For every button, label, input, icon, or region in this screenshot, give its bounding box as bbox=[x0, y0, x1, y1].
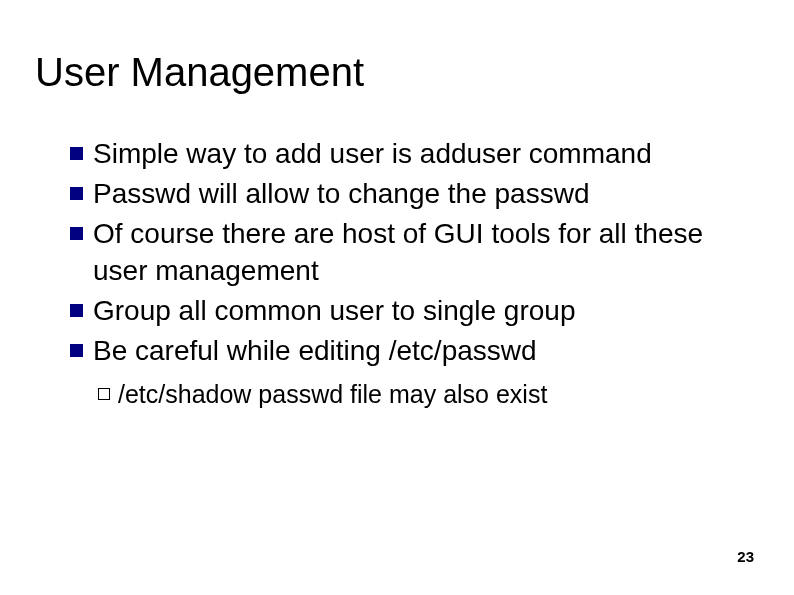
square-bullet-icon bbox=[70, 227, 83, 240]
bullet-text: Passwd will allow to change the passwd bbox=[93, 175, 754, 213]
bullet-text: Of course there are host of GUI tools fo… bbox=[93, 215, 754, 291]
bullet-text: Simple way to add user is adduser comman… bbox=[93, 135, 754, 173]
list-item: Group all common user to single group bbox=[70, 292, 754, 330]
sub-bullet-text: /etc/shadow passwd file may also exist bbox=[118, 378, 547, 412]
hollow-square-icon bbox=[98, 388, 110, 400]
slide-title: User Management bbox=[35, 50, 754, 95]
square-bullet-icon bbox=[70, 304, 83, 317]
sub-list-item: /etc/shadow passwd file may also exist bbox=[98, 378, 754, 412]
square-bullet-icon bbox=[70, 187, 83, 200]
list-item: Of course there are host of GUI tools fo… bbox=[70, 215, 754, 291]
square-bullet-icon bbox=[70, 147, 83, 160]
bullet-text: Group all common user to single group bbox=[93, 292, 754, 330]
list-item: Be careful while editing /etc/passwd bbox=[70, 332, 754, 370]
list-item: Passwd will allow to change the passwd bbox=[70, 175, 754, 213]
slide-content: Simple way to add user is adduser comman… bbox=[40, 135, 754, 412]
bullet-text: Be careful while editing /etc/passwd bbox=[93, 332, 754, 370]
list-item: Simple way to add user is adduser comman… bbox=[70, 135, 754, 173]
page-number: 23 bbox=[737, 548, 754, 565]
square-bullet-icon bbox=[70, 344, 83, 357]
